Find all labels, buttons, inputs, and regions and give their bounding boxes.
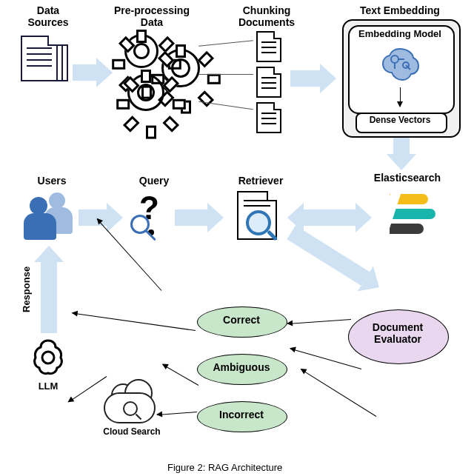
label-users: Users [30,175,74,187]
arrow-cloud-to-llm [68,376,107,402]
figure-caption: Figure 2: RAG Architecture [167,462,282,473]
arrow-embed-to-es [387,138,416,170]
label-doc-evaluator: Document Evaluator [351,321,444,345]
svg-point-2 [42,352,54,363]
label-llm: LLM [30,381,67,392]
label-chunking: Chunking Documents [230,4,304,28]
line-gears-to-doc2 [198,74,253,75]
chunk-doc-3-icon [256,102,281,133]
label-elasticsearch: Elasticsearch [370,172,444,184]
label-data-sources: Data Sources [22,4,74,28]
label-retriever: Retriever [231,175,290,187]
label-incorrect: Incorrect [197,409,286,420]
arrow-llm-to-users [34,246,64,333]
arrow-eval-to-incorrect [301,369,376,416]
arrow-sources-to-preprocess [73,58,113,87]
arrow-incorrect-to-cloud [157,412,197,415]
label-correct: Correct [197,314,286,326]
brain-icon [379,46,421,83]
users-icon [22,191,74,238]
magnifier-query-icon [130,215,150,234]
label-cloud-search: Cloud Search [95,426,169,437]
label-response: Response [21,267,32,312]
label-query: Query [132,175,176,187]
arrow-embed-to-dense [400,87,401,107]
arrow-chunk-to-embed [290,64,336,93]
label-ambiguous: Ambiguous [197,361,286,373]
label-embedding-model: Embedding Model [348,28,452,39]
retriever-icon [237,191,277,240]
chunk-doc-1-icon [256,31,281,62]
elasticsearch-icon [381,192,433,237]
arrow-ambiguous-to-cloud [162,364,198,386]
label-text-embedding: Text Embedding [348,4,452,16]
label-preprocessing: Pre-processing Data [111,4,193,28]
cloud-search-icon [104,392,156,423]
arrow-correct-to-llm [73,313,196,331]
chunk-doc-2-icon [256,67,281,98]
arrow-eval-to-correct [287,319,351,324]
arrow-retriever-to-evaluator [267,220,387,325]
label-dense-vectors: Dense Vectors [356,115,444,125]
llm-icon [28,338,68,378]
arrow-query-to-retriever [175,203,224,232]
line-gears-to-doc1 [198,40,253,47]
